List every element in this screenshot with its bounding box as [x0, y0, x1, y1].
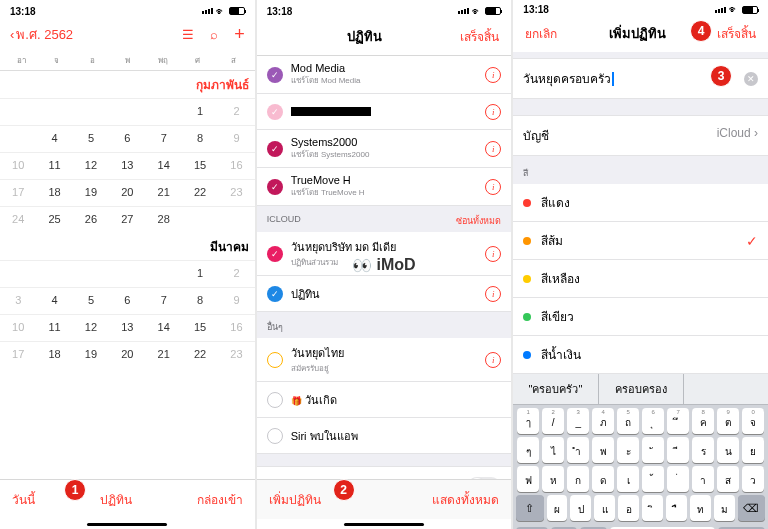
- key[interactable]: 4ภ: [592, 408, 614, 434]
- title: ปฏิทิน: [347, 26, 382, 47]
- key[interactable]: 6ุ: [642, 408, 664, 434]
- check-circle-icon[interactable]: [267, 392, 283, 408]
- list-item[interactable]: วันหยุดไทยสมัครรับอยู่i: [257, 338, 512, 382]
- key[interactable]: ๆ: [517, 437, 539, 463]
- redacted-label: [291, 107, 371, 116]
- list-toolbar: เพิ่มปฏิทิน แสดงทั้งหมด 2: [257, 479, 512, 519]
- titlebar: ปฏิทิน เสร็จสิ้น: [257, 18, 512, 56]
- list-item[interactable]: ✓TrueMove Hแชร์โดย TrueMove Hi: [257, 168, 512, 206]
- key[interactable]: ่: [667, 466, 689, 492]
- key[interactable]: ำ: [567, 437, 589, 463]
- check-circle-icon[interactable]: ✓: [267, 141, 283, 157]
- shift-key[interactable]: ⇧: [516, 495, 543, 521]
- color-option-blue[interactable]: สีน้ำเงิน: [513, 336, 768, 374]
- key[interactable]: ื: [666, 495, 687, 521]
- key[interactable]: ย: [742, 437, 764, 463]
- key[interactable]: ไ: [542, 437, 564, 463]
- done-button[interactable]: เสร็จสิ้น: [460, 27, 499, 46]
- color-option-red[interactable]: สีแดง: [513, 184, 768, 222]
- key[interactable]: 2/: [542, 408, 564, 434]
- key[interactable]: ผ: [547, 495, 568, 521]
- inbox-button[interactable]: กล่องเข้า: [197, 490, 243, 509]
- check-circle-icon[interactable]: [267, 428, 283, 444]
- key[interactable]: 1ๅ: [517, 408, 539, 434]
- list-item[interactable]: ✓วันหยุดบริษัท มด มีเดียปฏิทินส่วนรวมi: [257, 232, 512, 276]
- key[interactable]: 9ต: [717, 408, 739, 434]
- check-circle-icon[interactable]: ✓: [267, 67, 283, 83]
- badge-4: 4: [690, 20, 712, 42]
- search-icon[interactable]: ⌕: [210, 27, 218, 42]
- info-icon[interactable]: i: [485, 352, 501, 368]
- hide-all-button[interactable]: ซ่อนทั้งหมด: [456, 214, 501, 228]
- key[interactable]: 0จ: [742, 408, 764, 434]
- check-circle-icon[interactable]: ✓: [267, 104, 283, 120]
- key[interactable]: ส: [717, 466, 739, 492]
- suggestion[interactable]: "ครอบครัว": [513, 374, 598, 404]
- key[interactable]: ห: [542, 466, 564, 492]
- key[interactable]: ร: [692, 437, 714, 463]
- checkmark-icon: ✓: [746, 233, 758, 249]
- check-circle-icon[interactable]: ✓: [267, 246, 283, 262]
- account-row[interactable]: บัญชี iCloud ›: [513, 115, 768, 156]
- key[interactable]: พ: [592, 437, 614, 463]
- color-option-orange[interactable]: สีส้ม✓: [513, 222, 768, 260]
- check-circle-icon[interactable]: [267, 352, 283, 368]
- suggestion[interactable]: ครอบครอง: [599, 374, 684, 404]
- calendar-name-input[interactable]: วันหยุดครอบครัว: [523, 69, 611, 88]
- list-item[interactable]: ✓i: [257, 94, 512, 130]
- key[interactable]: ิ: [642, 495, 663, 521]
- key[interactable]: ท: [690, 495, 711, 521]
- list-item[interactable]: 🎁 วันเกิด: [257, 382, 512, 418]
- key[interactable]: ด: [592, 466, 614, 492]
- info-icon[interactable]: i: [485, 67, 501, 83]
- key[interactable]: เ: [617, 466, 639, 492]
- key[interactable]: า: [692, 466, 714, 492]
- backspace-key[interactable]: ⌫: [738, 495, 765, 521]
- info-icon[interactable]: i: [485, 286, 501, 302]
- key[interactable]: 5ถ: [617, 408, 639, 434]
- key[interactable]: ม: [714, 495, 735, 521]
- cancel-button[interactable]: ยกเลิก: [525, 24, 557, 43]
- key[interactable]: ะ: [617, 437, 639, 463]
- info-icon[interactable]: i: [485, 179, 501, 195]
- color-option-green[interactable]: สีเขียว: [513, 298, 768, 336]
- suggestion[interactable]: [684, 374, 768, 404]
- info-icon[interactable]: i: [485, 141, 501, 157]
- list-item[interactable]: ✓ปฏิทินi: [257, 276, 512, 312]
- key[interactable]: 8ค: [692, 408, 714, 434]
- calendar-grid-feb[interactable]: 12 3456789 10111213141516 17181920212223…: [0, 98, 255, 233]
- key[interactable]: น: [717, 437, 739, 463]
- key[interactable]: ฟ: [517, 466, 539, 492]
- key[interactable]: ก: [567, 466, 589, 492]
- calendars-button[interactable]: ปฏิทิน: [100, 490, 132, 509]
- key[interactable]: ้: [642, 466, 664, 492]
- back-button[interactable]: ‹ พ.ศ. 2562: [10, 24, 73, 45]
- add-icon[interactable]: +: [234, 24, 245, 45]
- home-indicator[interactable]: [344, 523, 424, 526]
- info-icon[interactable]: i: [485, 246, 501, 262]
- info-icon[interactable]: i: [485, 104, 501, 120]
- clear-icon[interactable]: ✕: [744, 72, 758, 86]
- key[interactable]: อ: [618, 495, 639, 521]
- show-all-button[interactable]: แสดงทั้งหมด: [432, 490, 499, 509]
- done-button[interactable]: เสร็จสิ้น: [717, 24, 756, 43]
- add-calendar-button[interactable]: เพิ่มปฏิทิน: [269, 490, 321, 509]
- key[interactable]: ี: [667, 437, 689, 463]
- list-item[interactable]: ✓Mod Mediaแชร์โดย Mod Mediai: [257, 56, 512, 94]
- key[interactable]: 7ึ: [667, 408, 689, 434]
- key[interactable]: 3_: [567, 408, 589, 434]
- key[interactable]: แ: [594, 495, 615, 521]
- calendar-grid-mar[interactable]: 12 3456789 10111213141516 17181920212223: [0, 260, 255, 368]
- color-option-yellow[interactable]: สีเหลือง: [513, 260, 768, 298]
- home-indicator[interactable]: [87, 523, 167, 526]
- today-button[interactable]: วันนี้: [12, 490, 35, 509]
- key[interactable]: ว: [742, 466, 764, 492]
- list-item[interactable]: ✓Systems2000แชร์โดย Systems2000i: [257, 130, 512, 168]
- check-circle-icon[interactable]: ✓: [267, 179, 283, 195]
- check-circle-icon[interactable]: ✓: [267, 286, 283, 302]
- rejected-events-row: แสดงกิจกรรมที่ถูกปฏิเสธ: [257, 466, 512, 479]
- list-view-icon[interactable]: ☰: [182, 27, 194, 42]
- key[interactable]: ป: [570, 495, 591, 521]
- list-item[interactable]: Siri พบในแอพ: [257, 418, 512, 454]
- key[interactable]: ั: [642, 437, 664, 463]
